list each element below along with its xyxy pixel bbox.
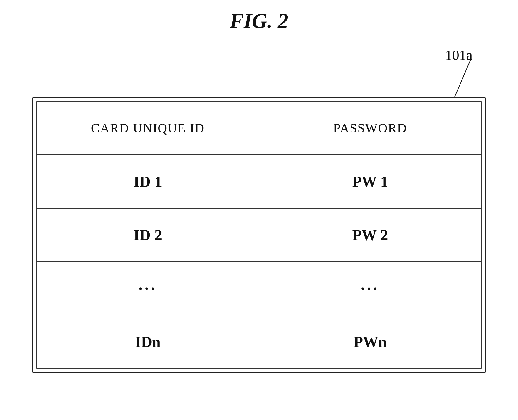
table-inner-border: CARD UNIQUE ID PASSWORD ID 1 PW 1 — [36, 101, 482, 369]
cell-id-ellipsis: ··· — [37, 262, 259, 315]
reference-bracket — [445, 56, 480, 103]
cell-id1: ID 1 — [37, 155, 259, 208]
figure-title: FIG. 2 — [230, 9, 288, 33]
cell-pw-ellipsis: ··· — [259, 262, 481, 315]
table-row: IDn PWn — [37, 315, 481, 368]
cell-pwn: PWn — [259, 315, 481, 368]
table-row: ID 1 PW 1 — [37, 155, 481, 209]
table-header-row: CARD UNIQUE ID PASSWORD — [37, 102, 481, 155]
table-wrapper: CARD UNIQUE ID PASSWORD ID 1 PW 1 — [32, 97, 486, 373]
cell-pw1: PW 1 — [259, 155, 481, 208]
svg-line-0 — [453, 59, 471, 100]
cell-pw2: PW 2 — [259, 209, 481, 261]
cell-idn: IDn — [37, 315, 259, 368]
header-card-unique-id: CARD UNIQUE ID — [37, 102, 259, 154]
table-outer-border: CARD UNIQUE ID PASSWORD ID 1 PW 1 — [32, 97, 486, 373]
table-row: ID 2 PW 2 — [37, 209, 481, 262]
header-password: PASSWORD — [259, 102, 481, 154]
page-container: FIG. 2 101a CARD UNIQUE ID PASSWORD — [0, 0, 518, 420]
cell-id2: ID 2 — [37, 209, 259, 261]
table-row: ··· ··· — [37, 262, 481, 315]
